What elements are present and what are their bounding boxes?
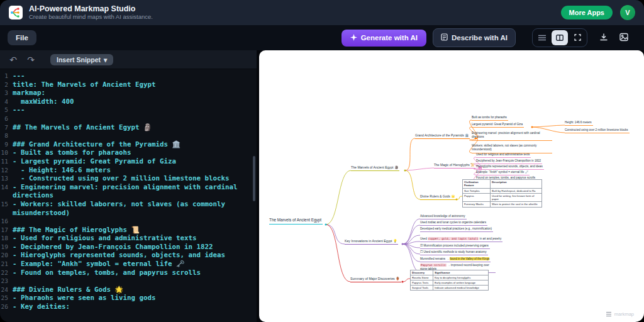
line-text[interactable]: --- (13, 72, 257, 80)
code-line[interactable]: 16 (0, 217, 257, 226)
more-apps-button[interactable]: More Apps (561, 6, 613, 19)
code-line[interactable]: 7## The Marvels of Ancient Egypt 🗿 (0, 123, 257, 132)
download-button[interactable] (596, 30, 611, 45)
line-number: 17 (0, 226, 13, 235)
describe-with-ai-button[interactable]: Describe with AI (433, 28, 516, 47)
mindmap-canvas[interactable]: The Marvels of Ancient Egypt The Marvels… (259, 50, 644, 322)
table-cell: Papyrus Texts (411, 280, 433, 286)
code-line[interactable]: 25- Pharaohs were seen as living gods (0, 294, 257, 303)
table-cell: Key to deciphering hieroglyphs (433, 275, 489, 280)
download-icon (599, 33, 608, 43)
code-line[interactable]: 5--- (0, 106, 257, 114)
mindmap-leaf: Constructed using over 2 million limesto… (565, 128, 630, 133)
generate-with-ai-button[interactable]: Generate with AI (341, 30, 426, 47)
code-line[interactable]: 22- Found on temples, tombs, and papyrus… (0, 269, 257, 277)
header: AI-Powered Markmap Studio Create beautif… (0, 0, 644, 25)
line-text[interactable]: maxWidth: 400 (13, 97, 257, 106)
unchecked-checkbox-icon[interactable]: ☐ (420, 250, 423, 253)
mindmap-node-root[interactable]: The Marvels of Ancient Egypt (269, 218, 323, 225)
line-text[interactable] (13, 277, 257, 286)
line-text[interactable]: markmap: (13, 89, 257, 97)
redo-icon[interactable]: ↷ (24, 55, 38, 64)
app-subtitle: Create beautiful mind maps with AI assis… (29, 14, 153, 21)
editor-only-view-button[interactable] (534, 30, 550, 45)
code-line[interactable]: 20- Hieroglyphs represented sounds, obje… (0, 251, 257, 260)
table-header: Civilization Feature (463, 180, 491, 189)
line-text[interactable]: - Hieroglyphs represented sounds, object… (13, 251, 257, 260)
code-line[interactable]: 9### Grand Architecture of the Pyramids … (0, 140, 257, 149)
code-line[interactable]: 17### The Magic of Hieroglyphs 📜 (0, 226, 257, 235)
code-line[interactable]: 12 - Height: 146.6 meters (0, 166, 257, 175)
code-line[interactable]: 26- Key deities: (0, 303, 257, 311)
line-text[interactable]: - Found on temples, tombs, and papyrus s… (13, 269, 257, 277)
code-line[interactable]: 23 (0, 277, 257, 286)
code-line[interactable]: 10- Built as tombs for pharaohs (0, 148, 257, 157)
line-text[interactable]: - Constructed using over 2 million limes… (13, 174, 257, 183)
code-line[interactable]: 3markmap: (0, 89, 257, 97)
code-line[interactable]: 18- Used for religious and administrativ… (0, 234, 257, 243)
table-cell: Surgical Tools (411, 286, 433, 291)
line-text[interactable] (13, 217, 257, 226)
export-image-button[interactable] (616, 30, 631, 45)
line-text[interactable]: - Pharaohs were seen as living gods (13, 294, 257, 303)
checked-checkbox-icon[interactable]: ☑ (420, 243, 423, 247)
line-text[interactable]: --- (13, 106, 257, 114)
line-text[interactable]: ### The Magic of Hieroglyphs 📜 (13, 226, 257, 235)
mindmap-node-marvels[interactable]: The Marvels of Ancient Egypt 🗿 (351, 165, 399, 171)
line-number: 1 (0, 72, 13, 80)
markmap-brand-label[interactable]: markmap (614, 311, 634, 317)
file-menu-button[interactable]: File (8, 30, 36, 45)
code-line[interactable]: 4 maxWidth: 400 (0, 97, 257, 106)
inline-code: copper, gold, and lapis lazuli (428, 237, 479, 240)
code-line[interactable]: 21- Example: "Ankh" symbol = eternal lif… (0, 260, 257, 269)
line-text[interactable]: - Deciphered by Jean-François Champollio… (13, 243, 257, 252)
line-text[interactable]: - Largest pyramid: Great Pyramid of Giza (13, 157, 257, 166)
line-text[interactable] (13, 114, 257, 123)
mindmap-node-innovations[interactable]: Key Innovations in Ancient Egypt 💡 (345, 239, 398, 245)
line-number: 20 (0, 251, 13, 260)
code-line[interactable]: 24### Divine Rulers & Gods 🌟 (0, 286, 257, 294)
split-view-button[interactable] (552, 30, 568, 45)
line-text[interactable]: ### Divine Rulers & Gods 🌟 (13, 286, 257, 294)
mindmap-node-hieroglyphs[interactable]: The Magic of Hieroglyphs 📜 (434, 163, 475, 169)
mindmap-node-architecture[interactable]: Grand Architecture of the Pyramids 🏛️ (415, 133, 470, 139)
line-text[interactable]: ### Grand Architecture of the Pyramids 🏛… (13, 140, 257, 149)
line-text[interactable]: - Used for religious and administrative … (13, 234, 257, 243)
line-text[interactable]: ## The Marvels of Ancient Egypt 🗿 (13, 123, 257, 132)
code-line[interactable]: 1--- (0, 72, 257, 80)
line-text[interactable] (13, 131, 257, 140)
table-cell: Papyrus (463, 193, 491, 202)
line-text[interactable]: - Engineering marvel: precision alignmen… (13, 183, 257, 200)
code-line[interactable]: 15- Workers: skilled laborers, not slave… (0, 200, 257, 217)
table-row: Sun Temples Built by Hatshepsut, dedicat… (463, 188, 542, 193)
undo-icon[interactable]: ↶ (6, 55, 20, 64)
mindmap-node-divine[interactable]: Divine Rulers & Gods 🌟 (420, 194, 456, 200)
mindmap-node-summary[interactable]: Summary of Major Discoveries 🏺 (350, 277, 401, 282)
code-line[interactable]: 2title: The Marvels of Ancient Egypt (0, 80, 257, 89)
line-text[interactable]: - Workers: skilled laborers, not slaves … (13, 200, 257, 217)
editor-toolbar: ↶ ↷ Insert Snippet ▾ (0, 50, 257, 69)
editor-scrollbar[interactable] (253, 156, 255, 201)
code-editor[interactable]: 1--- 2title: The Marvels of Ancient Egyp… (0, 69, 257, 322)
line-text[interactable]: - Height: 146.6 meters (13, 166, 257, 175)
toolbar-bars-icon[interactable] (606, 312, 611, 316)
mindmap-leaf: Workers: skilled laborers, not slaves (a… (472, 144, 552, 153)
avatar[interactable]: V (620, 5, 635, 20)
fullscreen-view-button[interactable] (569, 30, 586, 45)
line-text[interactable]: - Key deities: (13, 303, 257, 311)
table-header: Description (491, 180, 542, 189)
line-text[interactable]: title: The Marvels of Ancient Egypt (13, 80, 257, 89)
line-text[interactable]: - Built as tombs for pharaohs (13, 148, 257, 157)
mindmap-leaf[interactable]: Largest pyramid: Great Pyramid of Giza (472, 123, 524, 128)
insert-snippet-button[interactable]: Insert Snippet ▾ (50, 54, 113, 65)
line-text[interactable]: - Example: "Ankh" symbol = eternal life … (13, 260, 257, 269)
code-line[interactable]: 6 (0, 114, 257, 123)
code-line[interactable]: 11- Largest pyramid: Great Pyramid of Gi… (0, 157, 257, 166)
code-line[interactable]: 13 - Constructed using over 2 million li… (0, 174, 257, 183)
mindmap-leaf: Hieroglyphs represented sounds, objects,… (476, 165, 544, 170)
line-number: 5 (0, 106, 13, 114)
code-line[interactable]: 19- Deciphered by Jean-François Champoll… (0, 243, 257, 252)
code-line[interactable]: 14- Engineering marvel: precision alignm… (0, 183, 257, 200)
code-line[interactable]: 8 (0, 131, 257, 140)
mindmap-leaf: Mummified remains → found in the Valley … (420, 257, 491, 262)
